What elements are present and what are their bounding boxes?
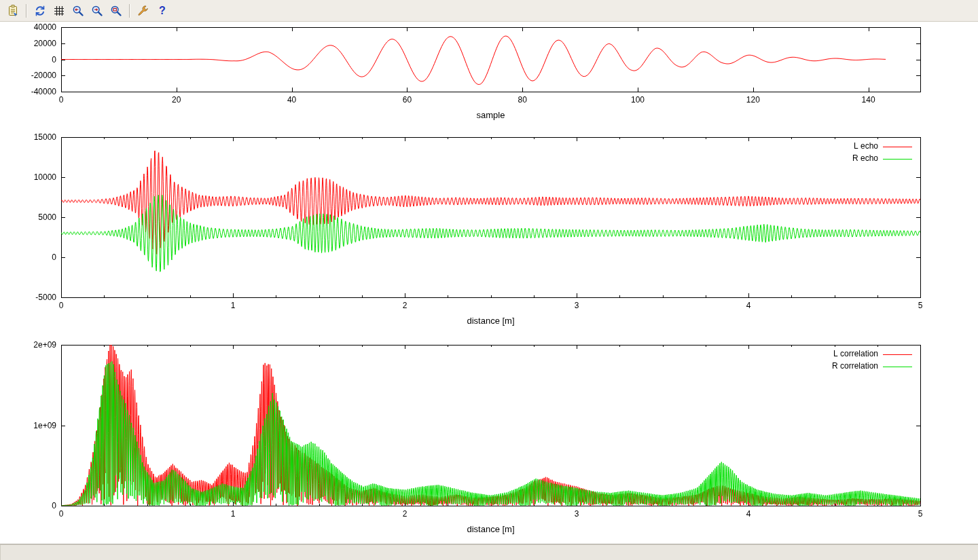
- toolbar: ?: [0, 0, 978, 22]
- copy-to-clipboard-button[interactable]: [4, 2, 22, 20]
- replot-icon: [33, 4, 47, 18]
- autoscale-icon: [109, 4, 123, 18]
- zoom-previous-icon: [71, 4, 85, 18]
- correlation-chart[interactable]: [0, 335, 978, 544]
- autoscale-button[interactable]: [107, 2, 125, 20]
- status-bar: [0, 544, 978, 560]
- grid-icon: [52, 4, 66, 18]
- help-glyph: ?: [159, 5, 166, 16]
- toolbar-separator: [26, 4, 27, 18]
- replot-button[interactable]: [31, 2, 49, 20]
- echo-chart[interactable]: [0, 128, 978, 335]
- clipboard-copy-icon: [6, 4, 20, 18]
- wrench-icon: [137, 4, 150, 18]
- zoom-previous-button[interactable]: [69, 2, 87, 20]
- configure-button[interactable]: [134, 2, 152, 20]
- toolbar-separator: [129, 4, 130, 18]
- zoom-next-button[interactable]: [88, 2, 106, 20]
- plot-area: [0, 22, 978, 544]
- help-icon: ?: [156, 4, 169, 18]
- pulse-waveform-chart[interactable]: [0, 22, 978, 128]
- help-button[interactable]: ?: [153, 2, 171, 20]
- gnuplot-window: ?: [0, 0, 978, 560]
- grid-toggle-button[interactable]: [50, 2, 68, 20]
- zoom-next-icon: [90, 4, 104, 18]
